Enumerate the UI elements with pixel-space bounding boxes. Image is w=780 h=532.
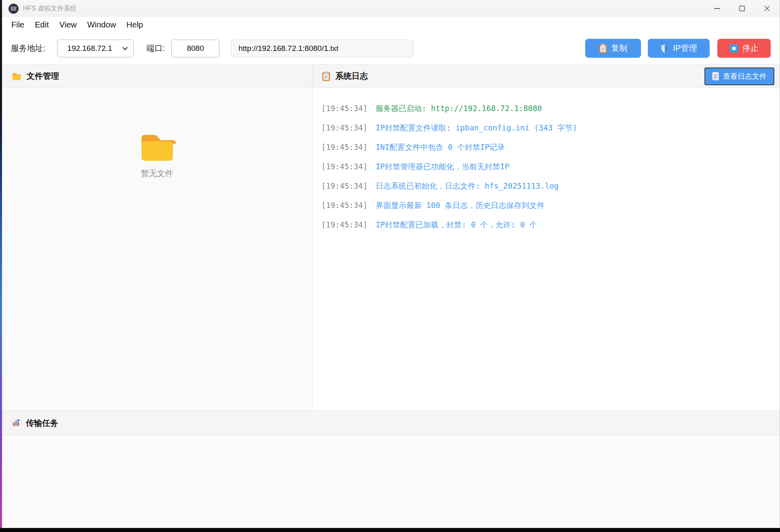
copy-button-label: 复制 [611, 43, 628, 54]
desktop-edge-left [0, 0, 2, 532]
window-title: HFS 虚拟文件系统 [23, 4, 76, 13]
transfer-panel-title: 传输任务 [26, 418, 58, 429]
menu-file[interactable]: File [6, 20, 30, 29]
server-address-value: 192.168.72.1 [67, 44, 112, 53]
empty-state-text: 暂无文件 [141, 168, 173, 179]
log-row: [19:45:34] IP封禁配置已加载，封禁: 0 个，允许: 0 个 [321, 219, 772, 230]
server-address-label: 服务地址: [11, 43, 46, 54]
window-controls [704, 0, 780, 17]
log-timestamp: [19:45:34] [321, 180, 367, 191]
maximize-button[interactable] [729, 0, 755, 17]
file-panel-title: 文件管理 [27, 71, 59, 82]
log-row: [19:45:34] INI配置文件中包含 0 个封禁IP记录 [321, 141, 772, 153]
maximize-icon [739, 6, 745, 11]
menu-edit[interactable]: Edit [30, 20, 54, 29]
menu-view[interactable]: View [54, 20, 82, 29]
view-log-file-button[interactable]: 查看日志文件 [704, 67, 774, 85]
view-log-file-label: 查看日志文件 [723, 71, 767, 81]
log-entries[interactable]: [19:45:34] 服务器已启动: http://192.168.72.1:8… [312, 88, 780, 411]
log-message: IP封禁配置文件读取: ipban_config.ini (343 字节) [375, 122, 577, 133]
log-message: 界面显示最新 100 条日志，历史日志保存到文件 [375, 200, 544, 211]
transfer-panel-header: 传输任务 [2, 411, 780, 435]
ip-manage-button-label: IP管理 [673, 43, 697, 54]
file-list-area[interactable]: 暂无文件 [2, 88, 312, 411]
copy-button[interactable]: 复制 [585, 39, 641, 58]
stop-button-label: 停止 [742, 43, 759, 54]
system-log-panel: 系统日志 查看日志文件 [19:45:34] 服务器已启动: http://19… [312, 65, 780, 411]
log-panel-header: 系统日志 查看日志文件 [312, 65, 780, 88]
chevron-down-icon [122, 46, 128, 50]
close-button[interactable] [755, 0, 780, 17]
toolbar: 服务地址: 192.168.72.1 端口: 复制 [2, 32, 780, 65]
log-timestamp: [19:45:34] [321, 122, 367, 133]
port-label: 端口: [147, 43, 165, 54]
title-bar: HFS 虚拟文件系统 [2, 0, 780, 17]
log-row: [19:45:34] 日志系统已初始化，日志文件: hfs_20251113.l… [321, 180, 772, 191]
log-message: 服务器已启动: http://192.168.72.1:8080 [375, 103, 542, 114]
desktop-taskbar-strip [0, 528, 780, 532]
log-clipboard-icon [322, 71, 330, 81]
minimize-button[interactable] [704, 0, 729, 17]
log-timestamp: [19:45:34] [321, 219, 367, 230]
clipboard-icon [599, 44, 607, 53]
stop-icon [730, 44, 738, 53]
log-row: [19:45:34] 服务器已启动: http://192.168.72.1:8… [321, 103, 772, 114]
log-timestamp: [19:45:34] [321, 103, 367, 114]
file-panel-header: 文件管理 [2, 65, 312, 88]
server-url-input[interactable] [231, 40, 413, 57]
document-icon [712, 72, 719, 80]
log-message: IP封禁配置已加载，封禁: 0 个，允许: 0 个 [375, 219, 537, 230]
log-timestamp: [19:45:34] [321, 161, 367, 172]
minimize-icon [714, 8, 720, 9]
app-window: HFS 虚拟文件系统 File Edit View Window Help 服务… [2, 0, 780, 528]
menu-help[interactable]: Help [121, 20, 148, 29]
menu-window[interactable]: Window [82, 20, 121, 29]
transfer-tasks-panel: 传输任务 [2, 411, 780, 528]
close-icon [764, 5, 770, 12]
log-row: [19:45:34] IP封禁管理器已功能化，当前无封禁IP [321, 161, 772, 172]
shield-icon [661, 44, 669, 53]
empty-folder-icon [139, 132, 176, 162]
log-row: [19:45:34] 界面显示最新 100 条日志，历史日志保存到文件 [321, 200, 772, 211]
empty-state: 暂无文件 [2, 132, 312, 179]
file-management-panel: 文件管理 暂无文件 [2, 65, 312, 411]
app-logo-icon [8, 4, 19, 14]
server-address-select[interactable]: 192.168.72.1 [57, 40, 134, 57]
folder-icon [12, 72, 21, 80]
log-message: IP封禁管理器已功能化，当前无封禁IP [375, 161, 509, 172]
ip-manage-button[interactable]: IP管理 [648, 39, 710, 58]
log-timestamp: [19:45:34] [321, 200, 367, 211]
toolbar-buttons: 复制 IP管理 停止 [585, 39, 771, 58]
screen: HFS 虚拟文件系统 File Edit View Window Help 服务… [0, 0, 780, 532]
log-timestamp: [19:45:34] [321, 141, 367, 153]
port-input[interactable] [171, 40, 219, 57]
bar-chart-icon [12, 418, 21, 427]
log-message: 日志系统已初始化，日志文件: hfs_20251113.log [375, 180, 559, 191]
transfer-tasks-list[interactable] [2, 435, 780, 528]
stop-button[interactable]: 停止 [717, 39, 771, 58]
log-message: INI配置文件中包含 0 个封禁IP记录 [375, 141, 505, 153]
log-panel-title: 系统日志 [335, 71, 368, 82]
log-row: [19:45:34] IP封禁配置文件读取: ipban_config.ini … [321, 122, 772, 133]
main-area: 文件管理 暂无文件 [2, 65, 780, 411]
menu-bar: File Edit View Window Help [2, 17, 780, 32]
